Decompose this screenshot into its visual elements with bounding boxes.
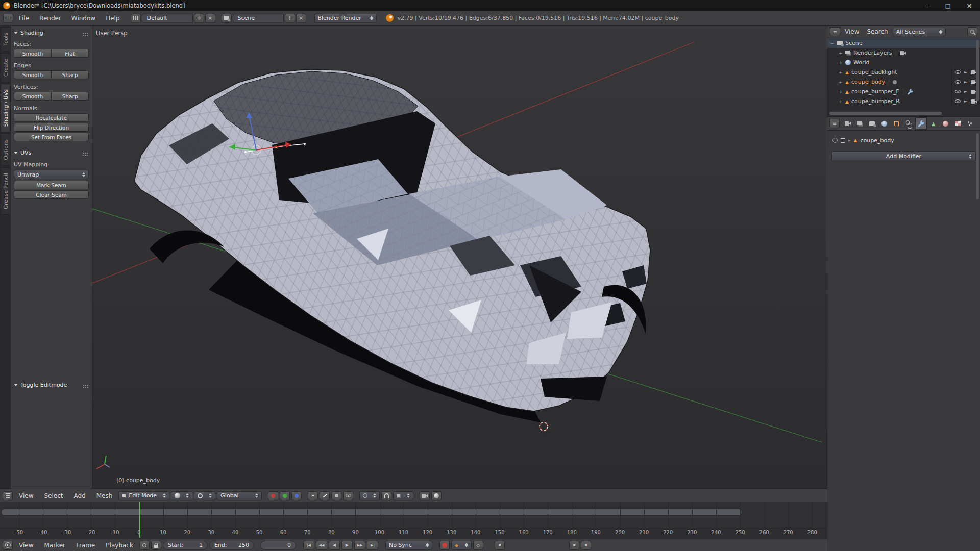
expand-toggle[interactable]: + — [839, 89, 843, 94]
visibility-toggle[interactable] — [955, 90, 961, 93]
previous-keyframe-button[interactable]: ◀◀ — [316, 541, 327, 550]
mark-seam-button[interactable]: Mark Seam — [14, 181, 89, 189]
set-from-faces-button[interactable]: Set From Faces — [14, 133, 89, 141]
tool-tab-create[interactable]: Create — [1, 53, 11, 82]
panel-drag-dots[interactable] — [83, 153, 84, 154]
timeline-ruler[interactable]: -50-40-30-20-100102030405060708090100110… — [0, 528, 827, 539]
minimize-button[interactable]: ─ — [916, 0, 937, 11]
mode-dropdown[interactable]: Edit Mode — [118, 491, 169, 500]
mesh-menu[interactable]: Mesh — [92, 492, 117, 499]
faces-smooth-button[interactable]: Smooth — [14, 49, 52, 58]
clear-seam-button[interactable]: Clear Seam — [14, 190, 89, 199]
add-layout-button[interactable]: + — [194, 14, 204, 23]
expand-toggle[interactable]: − — [830, 41, 835, 46]
timeline-view-menu[interactable]: View — [14, 542, 38, 549]
tab-physics[interactable] — [976, 117, 980, 130]
jump-to-start-button[interactable]: |◀ — [303, 541, 314, 550]
copy-data-button[interactable]: ▪ — [569, 541, 579, 550]
tab-material[interactable] — [940, 117, 951, 130]
manipulator-scale-button[interactable] — [291, 491, 302, 500]
outliner-v-scrollbar[interactable] — [976, 40, 979, 101]
outliner-search-menu[interactable]: Search — [864, 28, 891, 35]
tab-particles[interactable] — [964, 117, 976, 130]
start-frame-field[interactable]: Start:1 — [163, 541, 208, 550]
play-reverse-button[interactable]: ◀ — [329, 541, 340, 550]
selectability-toggle[interactable]: ► — [964, 70, 967, 74]
editor-type-button[interactable]: ≡ — [830, 27, 840, 36]
tab-constraints[interactable] — [903, 117, 915, 130]
av-sync-dropdown[interactable]: No Sync — [385, 541, 432, 550]
outliner-row-coupe-bumper-r[interactable]: + ▲ coupe_bumper_R ► — [827, 96, 980, 106]
timeline-playback-menu[interactable]: Playback — [101, 542, 138, 549]
face-select-button[interactable] — [331, 491, 341, 500]
snap-toggle-button[interactable] — [381, 491, 391, 500]
timeline-playhead[interactable] — [139, 502, 140, 538]
tab-texture[interactable] — [952, 117, 964, 130]
tab-object-data[interactable]: ▲ — [927, 117, 939, 130]
edge-select-button[interactable] — [320, 491, 330, 500]
scene-field[interactable]: Scene — [233, 14, 284, 23]
edges-sharp-button[interactable]: Sharp — [52, 70, 89, 79]
render-engine-dropdown[interactable]: Blender Render — [314, 14, 377, 23]
outliner-row-coupe-bumper-f[interactable]: + ▲ coupe_bumper_F ► — [827, 87, 980, 96]
select-menu[interactable]: Select — [39, 492, 67, 499]
unwrap-dropdown[interactable]: Unwrap — [14, 170, 89, 179]
auto-keyframe-button[interactable] — [439, 541, 450, 550]
jump-to-end-button[interactable]: ▶| — [367, 541, 378, 550]
editor-type-button[interactable]: ≡ — [3, 14, 13, 23]
keying-set-dropdown[interactable]: ◆ — [451, 541, 472, 550]
tab-world[interactable] — [878, 117, 890, 130]
outliner-row-coupe-body[interactable]: + ▲ coupe_body ► — [827, 77, 980, 87]
render-opengl-anim-button[interactable] — [431, 491, 442, 500]
outliner-view-menu[interactable]: View — [842, 28, 862, 35]
add-scene-button[interactable]: + — [285, 14, 295, 23]
tool-tab-grease-pencil[interactable]: Grease Pencil — [1, 167, 11, 215]
limit-selection-button[interactable] — [343, 491, 353, 500]
vertices-sharp-button[interactable]: Sharp — [52, 92, 89, 101]
use-preview-range-button[interactable] — [139, 541, 150, 550]
panel-drag-dots[interactable] — [83, 385, 84, 386]
outliner-row-coupe-backlight[interactable]: + ▲ coupe_backlight ► — [827, 67, 980, 77]
outliner-row-renderlayers[interactable]: + RenderLayers — [827, 48, 980, 58]
selectability-toggle[interactable]: ► — [964, 80, 967, 84]
redo-panel-header[interactable]: Toggle Editmode — [14, 382, 89, 388]
properties-v-scrollbar[interactable] — [976, 133, 979, 199]
paste-data-button[interactable]: ▪ — [581, 541, 591, 550]
lock-time-button[interactable] — [151, 541, 161, 550]
tab-scene[interactable] — [866, 117, 878, 130]
editor-type-button[interactable] — [3, 491, 13, 500]
recalculate-button[interactable]: Recalculate — [14, 113, 89, 122]
manipulator-rotate-button[interactable] — [280, 491, 290, 500]
shading-dropdown[interactable] — [171, 491, 192, 500]
outliner-row-world[interactable]: + World — [827, 58, 980, 67]
pivot-dropdown[interactable] — [194, 491, 215, 500]
end-frame-field[interactable]: End:250 — [209, 541, 254, 550]
scene-browse-button[interactable] — [222, 14, 232, 23]
menu-render[interactable]: Render — [35, 15, 66, 22]
renderability-icon[interactable] — [900, 51, 906, 55]
tab-render[interactable] — [842, 117, 853, 130]
tab-object[interactable] — [891, 117, 902, 130]
edges-smooth-button[interactable]: Smooth — [14, 70, 52, 79]
sync-playback-button[interactable]: ▪ — [495, 541, 505, 550]
close-button[interactable]: × — [959, 0, 980, 11]
current-frame-field[interactable]: 0 — [260, 541, 296, 550]
outliner-display-dropdown[interactable]: All Scenes — [893, 28, 946, 36]
faces-flat-button[interactable]: Flat — [52, 49, 89, 58]
vertices-smooth-button[interactable]: Smooth — [14, 92, 52, 101]
selectability-toggle[interactable]: ► — [964, 89, 967, 94]
viewport[interactable]: User Persp (0) coupe_body — [92, 26, 827, 489]
play-button[interactable]: ▶ — [341, 541, 353, 550]
pin-id-button[interactable] — [832, 138, 838, 143]
flip-direction-button[interactable]: Flip Direction — [14, 123, 89, 132]
timeline-marker-menu[interactable]: Marker — [39, 542, 69, 549]
visibility-toggle[interactable] — [955, 70, 961, 74]
tool-tab-tools[interactable]: Tools — [1, 27, 11, 52]
tab-render-layers[interactable] — [854, 117, 866, 130]
expand-toggle[interactable]: + — [839, 70, 843, 75]
menu-file[interactable]: File — [14, 15, 34, 22]
remove-layout-button[interactable]: × — [205, 14, 215, 23]
uvs-panel-header[interactable]: UVs — [14, 149, 89, 156]
snap-element-dropdown[interactable] — [393, 491, 413, 500]
remove-scene-button[interactable]: × — [296, 14, 306, 23]
